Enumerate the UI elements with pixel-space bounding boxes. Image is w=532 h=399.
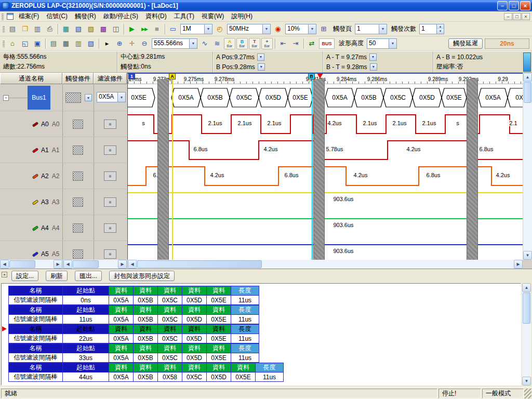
trigger-page-combo[interactable]: 1▼ xyxy=(355,24,387,34)
layout-view-icon[interactable]: ▧ xyxy=(85,38,97,49)
report-view-icon[interactable]: ▥ xyxy=(72,38,85,49)
channel-filter-condition-box[interactable]: ≡ xyxy=(104,197,116,207)
bus-name-cell[interactable]: Bus1 xyxy=(28,86,50,110)
minimize-button[interactable]: – xyxy=(497,1,508,10)
stop-icon[interactable]: ■ xyxy=(151,23,163,35)
time-division-combo[interactable]: 555.566ns▼ xyxy=(152,38,197,49)
wave-narrow-icon[interactable]: ≋ xyxy=(211,38,223,49)
bus-analysis-button[interactable]: BUS xyxy=(319,38,335,49)
packet-block-4[interactable]: 名稱起始點資料資料資料資料資料長度信號濾波間隔棒33us0X5A0X5B0X5C… xyxy=(9,343,284,363)
menu-item-5[interactable]: 工具(T) xyxy=(170,11,198,21)
b-bar-button[interactable]: BBar xyxy=(236,38,248,49)
waveform-area[interactable]: 9.27ms9.273ms9.275ms9.278ms9.281ms9.284m… xyxy=(127,73,523,260)
display-icon[interactable]: ▣ xyxy=(31,38,44,49)
packet-panel-close-icon[interactable]: × xyxy=(2,272,7,277)
waveform-row-A1[interactable]: 6.8us4.2us5.78us4.2us6.8us xyxy=(128,137,523,163)
scroll-right-arrow[interactable]: ▶ xyxy=(514,260,523,269)
scroll-down-arrow[interactable]: ▼ xyxy=(523,251,532,260)
menu-item-6[interactable]: 視窗(W) xyxy=(198,11,228,21)
scroll-left-arrow[interactable]: ◀ xyxy=(128,260,137,269)
repeat-run-icon[interactable]: ▶▶ xyxy=(138,23,151,35)
toolbar2-grip[interactable] xyxy=(3,40,5,47)
scroll-thumb[interactable] xyxy=(73,260,99,268)
export-button[interactable]: 匯出... xyxy=(75,271,102,281)
memory-depth-icon[interactable]: ▭ xyxy=(167,23,179,35)
compression-icon[interactable]: ⇄ xyxy=(305,38,318,49)
packet-vertical-scrollbar[interactable]: ▲ ▼ xyxy=(522,283,531,385)
trigger-setup-icon[interactable]: ▩ xyxy=(97,23,110,35)
capture-icon[interactable]: ◱ xyxy=(19,38,31,49)
sampling-setup-icon[interactable]: ▦ xyxy=(60,23,72,35)
channel-filter-condition-box[interactable]: ≡ xyxy=(104,171,116,181)
waveform-row-A0[interactable]: s2.1us2.1us2.1us4.2us2.1us2.1us2.1uss2.1 xyxy=(128,111,523,137)
settings-button[interactable]: 設定... xyxy=(11,271,38,281)
channel-filter-condition-box[interactable]: ≡ xyxy=(104,119,116,129)
vertical-scroll-thumb[interactable] xyxy=(524,82,531,103)
scroll-left-arrow[interactable]: ◀ xyxy=(0,260,9,269)
info-side-button[interactable] xyxy=(523,52,531,72)
channel-trigger-condition-box[interactable] xyxy=(73,197,83,207)
menu-item-1[interactable]: 信號(C) xyxy=(43,11,71,21)
toolbar1-grip[interactable] xyxy=(3,25,5,33)
sample-rate-combo[interactable]: 50MHz▼ xyxy=(227,24,271,34)
pointer-icon[interactable]: ▸ xyxy=(101,38,113,49)
channel-row-A4[interactable]: A4A4≡ xyxy=(0,215,127,241)
channel-setup-icon[interactable]: ▨ xyxy=(85,23,97,35)
marker-flag-A[interactable]: A xyxy=(169,73,176,79)
waveform-hscrollbar[interactable]: ◀ ▶ xyxy=(128,260,523,269)
channel-name-hscrollbar[interactable]: ◀ ▶ xyxy=(0,260,62,269)
mdi-minimize-button[interactable]: – xyxy=(504,13,512,20)
sample-rate-icon[interactable]: ◴ xyxy=(214,23,226,35)
channel-trigger-condition-box[interactable] xyxy=(73,119,83,129)
time-ruler[interactable]: 9.27ms9.273ms9.275ms9.278ms9.281ms9.284m… xyxy=(128,73,523,84)
trigger-count-spin-up-arrow[interactable]: ▲ xyxy=(437,24,444,29)
trigger-delay-button[interactable]: 觸發延遲 xyxy=(448,38,483,49)
menu-item-2[interactable]: 觸發(R) xyxy=(71,11,100,21)
a-bar-button[interactable]: ABar xyxy=(224,38,235,49)
b-pos-dropdown[interactable]: ▼ xyxy=(258,63,265,71)
mdi-restore-button[interactable]: □ xyxy=(513,13,521,20)
trigger-page-combo-dropdown[interactable]: ▼ xyxy=(379,24,387,34)
memory-depth-combo[interactable]: 1M▼ xyxy=(180,24,212,34)
waveform-row-A3[interactable]: 903.6us xyxy=(128,189,523,215)
channel-row-A3[interactable]: A3A3≡ xyxy=(0,189,127,215)
a-pos-dropdown[interactable]: ▼ xyxy=(257,54,264,61)
sample-rate-combo-dropdown[interactable]: ▼ xyxy=(262,24,270,34)
packet-sync-button[interactable]: 封包與波形同步設定 xyxy=(109,271,175,281)
trigger-position-combo[interactable]: 10%▼ xyxy=(285,24,316,34)
packet-block-2[interactable]: 名稱起始點資料資料資料資料資料長度信號濾波間隔棒11us0X5A0X5B0X5C… xyxy=(9,305,284,324)
add-bar-button[interactable]: +Bar xyxy=(261,38,273,49)
packet-block-5[interactable]: 名稱起始點資料資料資料資料資料資料長度信號濾波間隔棒44us0X5A0X5B0X… xyxy=(9,363,284,382)
packet-block-3[interactable]: 名稱起始點資料資料資料資料資料長度信號濾波間隔棒22us0X5A0X5B0X5C… xyxy=(9,324,284,343)
menu-item-4[interactable]: 資料(D) xyxy=(142,11,170,21)
home-icon[interactable]: ⌂ xyxy=(6,38,19,49)
waveform-row-A5[interactable]: 903.6us xyxy=(128,241,523,260)
hand-tool-icon[interactable]: ✛ xyxy=(126,38,138,49)
menubar-grip[interactable] xyxy=(2,13,4,20)
mdi-close-button[interactable]: × xyxy=(522,13,530,20)
print-icon[interactable]: ⎙ xyxy=(44,23,56,35)
trigger-count-spin[interactable]: 1▲▼ xyxy=(419,24,444,34)
trigger-position-combo-dropdown[interactable]: ▼ xyxy=(308,24,316,34)
menu-item-3[interactable]: 啟動/停止(S) xyxy=(100,11,142,21)
scroll-thumb[interactable] xyxy=(9,260,35,268)
a-t-dropdown[interactable]: ▼ xyxy=(369,54,377,61)
channel-filter-condition-box[interactable]: ≡ xyxy=(104,249,116,259)
trigger-page-icon[interactable]: ⊞ xyxy=(317,23,330,35)
cursor-line-a[interactable] xyxy=(172,79,173,260)
trigger-position-icon[interactable]: ◉ xyxy=(272,23,284,35)
scroll-down-arrow[interactable]: ▼ xyxy=(522,377,531,385)
channel-trigger-condition-box[interactable] xyxy=(73,171,83,181)
channel-row-A5[interactable]: A5A5≡ xyxy=(0,241,127,260)
scroll-right-arrow[interactable]: ▶ xyxy=(118,260,127,269)
time-division-combo-dropdown[interactable]: ▼ xyxy=(189,39,197,48)
menu-item-7[interactable]: 說明(H) xyxy=(228,11,256,21)
tree-collapse-toggle[interactable]: − xyxy=(3,95,9,101)
zoom-out-icon[interactable]: ⊖ xyxy=(138,38,151,49)
refresh-button[interactable]: 刷新 xyxy=(46,271,68,281)
channel-trigger-condition-box[interactable] xyxy=(73,249,83,259)
close-button[interactable]: × xyxy=(520,1,530,10)
find-prev-icon[interactable]: ⇤ xyxy=(277,38,289,49)
open-file-icon[interactable]: ❒ xyxy=(19,23,31,35)
t-bar-button[interactable]: TBar xyxy=(249,38,260,49)
